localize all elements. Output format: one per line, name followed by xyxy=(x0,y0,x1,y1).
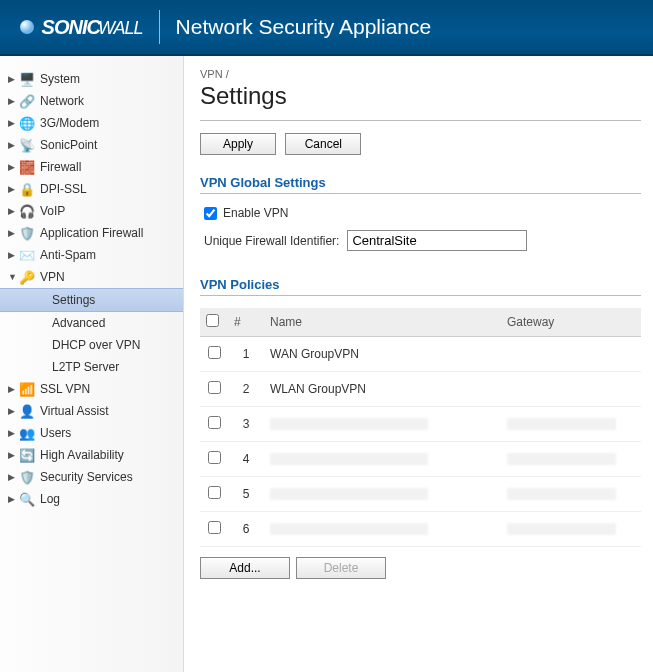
chevron-right-icon: ▶ xyxy=(8,450,18,460)
select-all-checkbox[interactable] xyxy=(206,314,219,327)
sidebar-item-high-availability[interactable]: ▶🔄High Availability xyxy=(0,444,183,466)
sidebar-item-users[interactable]: ▶👥Users xyxy=(0,422,183,444)
section-global-heading: VPN Global Settings xyxy=(200,175,641,194)
main-panel: VPN / Settings Apply Cancel VPN Global S… xyxy=(184,56,653,672)
chevron-right-icon: ▶ xyxy=(8,494,18,504)
sidebar-sub-advanced[interactable]: Advanced xyxy=(0,312,183,334)
policy-name: WAN GroupVPN xyxy=(270,347,359,361)
nav-icon: 👤 xyxy=(18,403,36,419)
brand-suffix: WALL xyxy=(98,18,143,38)
delete-button[interactable]: Delete xyxy=(296,557,386,579)
row-checkbox[interactable] xyxy=(208,486,221,499)
chevron-right-icon: ▶ xyxy=(8,96,18,106)
enable-vpn-label[interactable]: Enable VPN xyxy=(223,206,288,220)
apply-button[interactable]: Apply xyxy=(200,133,276,155)
col-gateway: Gateway xyxy=(501,308,641,337)
row-checkbox[interactable] xyxy=(208,451,221,464)
nav-icon: 🎧 xyxy=(18,203,36,219)
chevron-down-icon: ▼ xyxy=(8,272,18,282)
nav-icon: 🔒 xyxy=(18,181,36,197)
nav-icon: 🛡️ xyxy=(18,469,36,485)
sidebar-item-dpi-ssl[interactable]: ▶🔒DPI-SSL xyxy=(0,178,183,200)
breadcrumb: VPN / xyxy=(200,68,641,80)
action-bar: Apply Cancel xyxy=(200,133,641,155)
add-button[interactable]: Add... xyxy=(200,557,290,579)
redacted-cell xyxy=(270,523,428,535)
nav-icon: 🌐 xyxy=(18,115,36,131)
chevron-right-icon: ▶ xyxy=(8,472,18,482)
nav-icon: 📶 xyxy=(18,381,36,397)
sidebar-item-log[interactable]: ▶🔍Log xyxy=(0,488,183,510)
table-row[interactable]: 6 xyxy=(200,512,641,547)
sidebar-item-sonicpoint[interactable]: ▶📡SonicPoint xyxy=(0,134,183,156)
uid-label: Unique Firewall Identifier: xyxy=(204,234,339,248)
col-name: Name xyxy=(264,308,501,337)
nav-icon: ✉️ xyxy=(18,247,36,263)
nav-icon: 🖥️ xyxy=(18,71,36,87)
sidebar-item-ssl-vpn[interactable]: ▶📶SSL VPN xyxy=(0,378,183,400)
sidebar-item-label: SonicPoint xyxy=(40,138,97,152)
row-checkbox[interactable] xyxy=(208,416,221,429)
table-row[interactable]: 5 xyxy=(200,477,641,512)
table-row[interactable]: 4 xyxy=(200,442,641,477)
nav-icon: 🔑 xyxy=(18,269,36,285)
sidebar-nav: ▶🖥️System▶🔗Network▶🌐3G/Modem▶📡SonicPoint… xyxy=(0,56,184,672)
sidebar-item-label: SSL VPN xyxy=(40,382,90,396)
sidebar-sub-l2tp-server[interactable]: L2TP Server xyxy=(0,356,183,378)
brand-logo: SONICWALL xyxy=(20,16,143,39)
row-checkbox[interactable] xyxy=(208,381,221,394)
sidebar-item-vpn[interactable]: ▼🔑VPN xyxy=(0,266,183,288)
policies-table: # Name Gateway 1WAN GroupVPN2WLAN GroupV… xyxy=(200,308,641,547)
nav-icon: 📡 xyxy=(18,137,36,153)
uid-input[interactable] xyxy=(347,230,527,251)
nav-icon: 🔄 xyxy=(18,447,36,463)
chevron-right-icon: ▶ xyxy=(8,228,18,238)
redacted-cell xyxy=(507,523,616,535)
sidebar-item-label: Application Firewall xyxy=(40,226,143,240)
chevron-right-icon: ▶ xyxy=(8,162,18,172)
cancel-button[interactable]: Cancel xyxy=(285,133,361,155)
sidebar-item-application-firewall[interactable]: ▶🛡️Application Firewall xyxy=(0,222,183,244)
table-header-row: # Name Gateway xyxy=(200,308,641,337)
sidebar-item-label: DPI-SSL xyxy=(40,182,87,196)
sidebar-item-label: Security Services xyxy=(40,470,133,484)
sidebar-item-label: Network xyxy=(40,94,84,108)
sidebar-item-virtual-assist[interactable]: ▶👤Virtual Assist xyxy=(0,400,183,422)
title-rule xyxy=(200,120,641,121)
policy-name: WLAN GroupVPN xyxy=(270,382,366,396)
row-num: 1 xyxy=(228,337,264,372)
sidebar-item-label: System xyxy=(40,72,80,86)
nav-icon: 🧱 xyxy=(18,159,36,175)
redacted-cell xyxy=(270,418,428,430)
row-num: 6 xyxy=(228,512,264,547)
sidebar-item-label: VoIP xyxy=(40,204,65,218)
table-row[interactable]: 3 xyxy=(200,407,641,442)
sidebar-item-voip[interactable]: ▶🎧VoIP xyxy=(0,200,183,222)
sidebar-item-label: Log xyxy=(40,492,60,506)
sidebar-item-3g-modem[interactable]: ▶🌐3G/Modem xyxy=(0,112,183,134)
chevron-right-icon: ▶ xyxy=(8,250,18,260)
redacted-cell xyxy=(507,418,616,430)
chevron-right-icon: ▶ xyxy=(8,140,18,150)
chevron-right-icon: ▶ xyxy=(8,118,18,128)
sidebar-sub-dhcp-over-vpn[interactable]: DHCP over VPN xyxy=(0,334,183,356)
sidebar-item-firewall[interactable]: ▶🧱Firewall xyxy=(0,156,183,178)
chevron-right-icon: ▶ xyxy=(8,206,18,216)
sidebar-item-security-services[interactable]: ▶🛡️Security Services xyxy=(0,466,183,488)
row-checkbox[interactable] xyxy=(208,346,221,359)
col-check xyxy=(200,308,228,337)
row-num: 3 xyxy=(228,407,264,442)
redacted-cell xyxy=(507,488,616,500)
header-subtitle: Network Security Appliance xyxy=(176,15,432,39)
row-num: 2 xyxy=(228,372,264,407)
table-row[interactable]: 2WLAN GroupVPN xyxy=(200,372,641,407)
chevron-right-icon: ▶ xyxy=(8,74,18,84)
table-row[interactable]: 1WAN GroupVPN xyxy=(200,337,641,372)
sidebar-item-anti-spam[interactable]: ▶✉️Anti-Spam xyxy=(0,244,183,266)
sidebar-item-system[interactable]: ▶🖥️System xyxy=(0,68,183,90)
sidebar-item-label: Anti-Spam xyxy=(40,248,96,262)
sidebar-sub-settings[interactable]: Settings xyxy=(0,288,183,312)
row-checkbox[interactable] xyxy=(208,521,221,534)
enable-vpn-checkbox[interactable] xyxy=(204,207,217,220)
sidebar-item-network[interactable]: ▶🔗Network xyxy=(0,90,183,112)
